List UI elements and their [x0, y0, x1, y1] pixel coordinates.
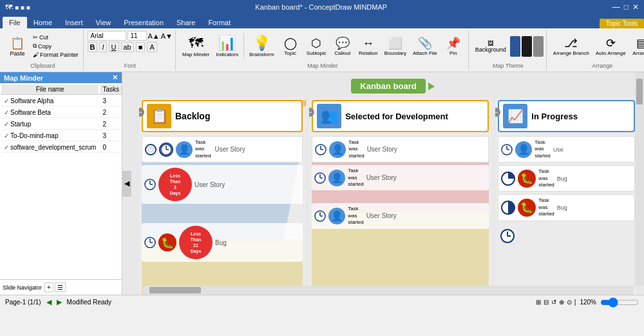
clock-small-2: [144, 179, 156, 190]
minimize-btn[interactable]: —: [612, 3, 620, 12]
check-4[interactable]: ✓: [4, 144, 9, 151]
status-text: Modified Ready: [67, 299, 111, 306]
slide-navigator-area: Slide Navigator + ☰: [0, 279, 122, 295]
zoom-slider[interactable]: [600, 297, 639, 308]
v-scrollbar[interactable]: [635, 72, 644, 286]
font-controls: A▲ A▼ B I U ab ■ A: [88, 31, 173, 61]
slide-nav-list[interactable]: ☰: [55, 282, 66, 292]
sidebar-cell-tasks-1: 2: [100, 108, 122, 118]
topic-button[interactable]: ◯ Topic: [278, 35, 303, 57]
h-scrollbar[interactable]: [143, 286, 634, 295]
paste-button[interactable]: 📋 Paste: [5, 35, 30, 58]
map-minder-button[interactable]: 🗺 Map Minder: [180, 34, 212, 59]
font-color-btn[interactable]: A: [147, 42, 156, 52]
tab-file[interactable]: File: [3, 17, 27, 28]
cut-button[interactable]: ✂ Cut: [31, 34, 80, 41]
arrange-button[interactable]: ▤ Arrange: [630, 35, 644, 57]
task-label-ip1: Task was started: [535, 139, 550, 159]
font-label: Font: [88, 63, 173, 69]
check-3[interactable]: ✓: [4, 132, 9, 139]
sidebar-col-tasks: Tasks: [100, 84, 122, 95]
nav-arrow-right[interactable]: ▶: [57, 298, 62, 306]
bold-btn[interactable]: B: [88, 42, 98, 52]
pin-icon: 📌: [446, 36, 460, 50]
shrink-font-btn[interactable]: A▼: [161, 32, 173, 40]
sidebar-cell-tasks-0: 3: [100, 96, 122, 106]
sidebar-cell-name-3: ✓ To-Do-mind-map: [1, 131, 99, 141]
tab-insert[interactable]: Insert: [59, 17, 90, 28]
maximize-btn[interactable]: □: [624, 3, 629, 12]
task-was-started-1: Task: [195, 139, 211, 146]
kanban-columns: − 📋 Backlog 🕐: [139, 97, 638, 295]
v-scroll-thumb[interactable]: [636, 79, 643, 104]
tab-share[interactable]: Share: [170, 17, 202, 28]
user-story-s2: User Story: [366, 174, 397, 181]
zoom-level: 120%: [580, 299, 596, 306]
avatar-s2: 👤: [328, 170, 345, 186]
background-button[interactable]: 🖼 Background: [473, 39, 509, 54]
app-icon: 🗺: [5, 3, 12, 11]
auto-arrange-button[interactable]: ⟳ Auto Arrange: [593, 35, 629, 57]
ribbon: 📋 Paste ✂ Cut ⧉ Copy 🖌 Format Painter Cl…: [0, 28, 644, 72]
format-painter-button[interactable]: 🖌 Format Painter: [31, 51, 80, 59]
font-size-input[interactable]: [128, 31, 147, 41]
map-buttons: 🗺 Map Minder 📊 Indicators 💡 Brainstorm ◯…: [180, 31, 466, 61]
kanban-board-title: Kanban board: [351, 79, 425, 94]
attach-file-button[interactable]: 📎 Attach File: [410, 35, 440, 57]
copy-icon: ⧉: [33, 43, 37, 50]
font-name-input[interactable]: [88, 31, 126, 41]
tab-presentation[interactable]: Presentation: [117, 17, 170, 28]
relation-icon: ↔: [363, 37, 374, 50]
theme-swatch-blue[interactable]: [510, 36, 520, 57]
italic-btn[interactable]: I: [99, 42, 106, 52]
subtopic-button[interactable]: ⬡ Subtopic: [304, 35, 329, 57]
sidebar-header: Map Minder ✕: [0, 72, 122, 83]
tab-topic-tools[interactable]: Topic Tools: [600, 19, 644, 28]
kanban-area: Kanban board − 📋: [133, 72, 644, 295]
selected-task-1: 👤 Task was started User Story: [312, 136, 489, 163]
sidebar-close-btn[interactable]: ✕: [112, 74, 118, 82]
callout-button[interactable]: 💬 Callout: [330, 35, 355, 57]
strikethrough-btn[interactable]: ab: [121, 42, 134, 52]
scroll-left-btn[interactable]: ◀: [122, 171, 131, 197]
selected-title: Selected for Development: [345, 112, 448, 121]
nav-arrow-left[interactable]: ◀: [46, 298, 52, 306]
kanban-title-row: Kanban board: [139, 79, 638, 94]
check-0[interactable]: ✓: [4, 97, 9, 104]
clock-icon-1: 🕐: [145, 144, 156, 155]
slide-nav-add[interactable]: +: [44, 282, 53, 292]
indicators-button[interactable]: 📊 Indicators: [213, 34, 241, 59]
arrange-branch-button[interactable]: ⎇ Arrange Branch: [551, 35, 592, 57]
slide-nav-buttons: + ☰: [44, 282, 66, 292]
sidebar-cell-tasks-2: 2: [100, 119, 122, 130]
tab-view[interactable]: View: [90, 17, 118, 28]
copy-button[interactable]: ⧉ Copy: [31, 42, 80, 50]
theme-swatch-gray[interactable]: [533, 36, 544, 57]
pin-button[interactable]: 📌 Pin: [441, 35, 466, 57]
status-icon-3: ↺: [551, 299, 556, 306]
brainstorm-icon: 💡: [253, 35, 270, 52]
underline-btn[interactable]: U: [109, 42, 119, 52]
bug-label-1: Bug: [215, 239, 227, 246]
task-label-s3: Task was started: [348, 206, 363, 226]
sidebar-cell-tasks-3: 3: [100, 131, 122, 141]
brainstorm-button[interactable]: 💡 Brainstorm: [247, 34, 277, 59]
tab-home[interactable]: Home: [27, 17, 59, 28]
sidebar-spacer: [0, 154, 122, 279]
h-scroll-thumb[interactable]: [149, 287, 201, 293]
highlight-btn[interactable]: ■: [136, 42, 146, 52]
format-painter-icon: 🖌: [33, 52, 39, 58]
selected-task-3: 👤 Task was started User Story: [312, 203, 489, 228]
theme-swatch-dark[interactable]: [522, 36, 532, 57]
grow-font-btn[interactable]: A▲: [148, 32, 160, 40]
boundary-button[interactable]: ⬜ Boundary: [382, 35, 409, 57]
sidebar-row-4: ✓ software_development_scrum 0: [1, 143, 122, 153]
clock-2: [159, 143, 173, 157]
tab-format[interactable]: Format: [202, 17, 237, 28]
relation-button[interactable]: ↔ Relation: [356, 35, 381, 57]
clock-svg-2: [144, 179, 156, 190]
close-btn[interactable]: ✕: [632, 3, 639, 12]
sidebar-cell-name-1: ✓ Software Beta: [1, 108, 99, 118]
check-2[interactable]: ✓: [4, 121, 9, 128]
check-1[interactable]: ✓: [4, 109, 9, 116]
